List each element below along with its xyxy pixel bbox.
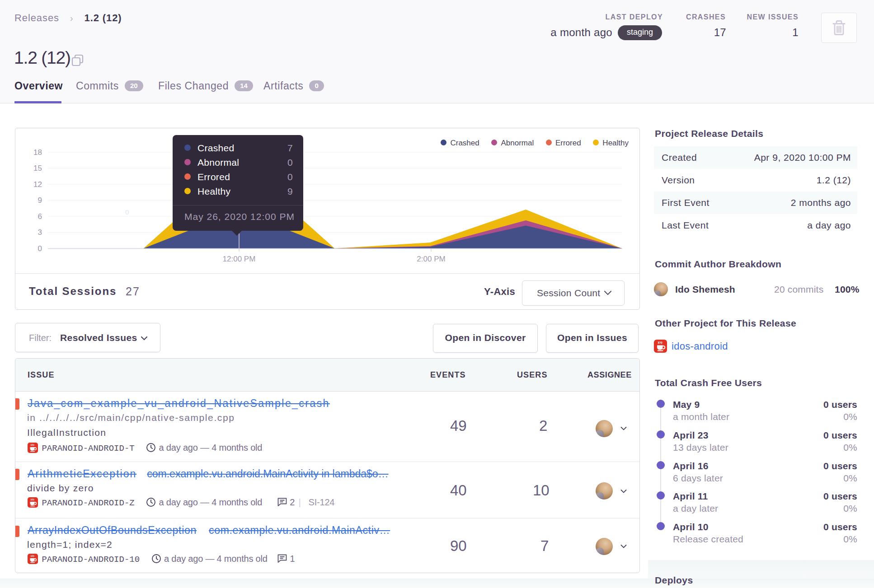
svg-text:0: 0	[125, 208, 129, 216]
